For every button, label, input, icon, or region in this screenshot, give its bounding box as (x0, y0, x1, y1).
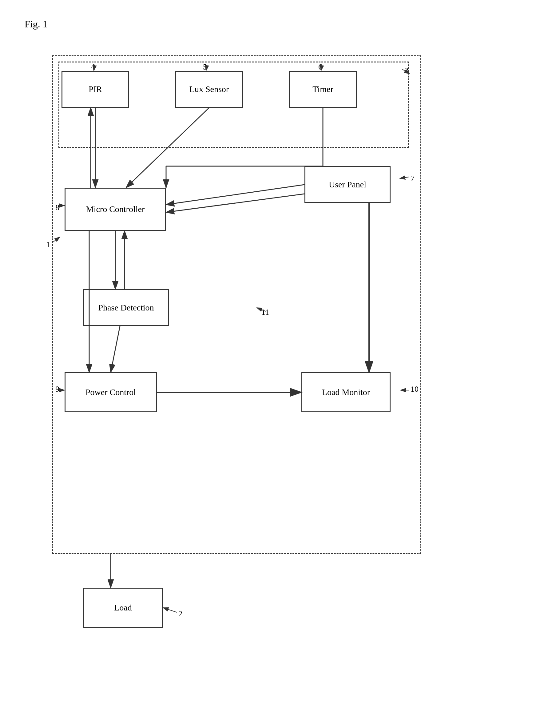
phase-detection-block: Phase Detection (83, 289, 169, 326)
label-10: 10 (410, 385, 418, 394)
svg-line-18 (163, 608, 177, 612)
user-panel-block: User Panel (304, 166, 390, 203)
label-11: 11 (262, 308, 269, 317)
load-block: Load (83, 588, 163, 628)
load-monitor-block: Load Monitor (301, 372, 390, 412)
figure-label: Fig. 1 (25, 18, 48, 30)
label-5: 5 (203, 62, 207, 72)
label-1: 1 (46, 240, 50, 249)
label-2: 2 (178, 609, 182, 618)
lux-sensor-block: Lux Sensor (175, 71, 243, 108)
label-6: 6 (318, 62, 322, 72)
label-9: 9 (55, 385, 59, 394)
timer-block: Timer (289, 71, 357, 108)
label-7: 7 (410, 174, 414, 183)
diagram: 1 3 4 5 6 7 8 9 10 11 PIR Lux Sensor Tim… (43, 37, 517, 698)
label-4: 4 (91, 62, 95, 72)
label-3: 3 (404, 66, 408, 75)
micro-controller-block: Micro Controller (65, 188, 166, 231)
label-8: 8 (55, 203, 59, 212)
pir-block: PIR (62, 71, 129, 108)
power-control-block: Power Control (65, 372, 157, 412)
